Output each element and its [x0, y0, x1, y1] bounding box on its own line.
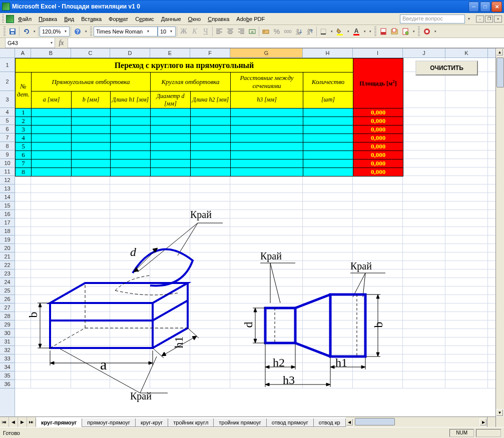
maximize-button[interactable]: □	[480, 2, 490, 12]
column-headers[interactable]: ABCDEFGHIJK	[15, 48, 495, 58]
doc-restore[interactable]: ❐	[485, 16, 493, 22]
cells-grid[interactable]: Переход с круглого на прямоугольныйПлоща…	[15, 58, 495, 416]
row-header-11[interactable]: 11	[0, 168, 15, 176]
sheet-tab-1[interactable]: прямоуг-прямоуг	[82, 418, 136, 427]
menu-edit[interactable]: Правка	[36, 15, 60, 23]
row-header-23[interactable]: 23	[0, 270, 15, 278]
workbook-icon[interactable]	[6, 15, 14, 23]
menu-data[interactable]: Данные	[158, 15, 184, 23]
snagit-button[interactable]	[421, 26, 432, 37]
column-header-J[interactable]: J	[403, 48, 445, 58]
tab-next[interactable]: ▶	[18, 417, 27, 427]
close-button[interactable]: ✕	[491, 2, 502, 12]
fill-dropdown[interactable]: ▾	[345, 26, 351, 37]
font-combo[interactable]: Times New Roman▾	[94, 26, 158, 36]
row-header-31[interactable]: 31	[0, 338, 15, 346]
row-header-27[interactable]: 27	[0, 304, 15, 312]
row-header-25[interactable]: 25	[0, 286, 15, 295]
row-header-15[interactable]: 15	[0, 202, 15, 210]
sheet-tab-3[interactable]: тройник кругл	[168, 418, 214, 427]
menu-help[interactable]: Справка	[205, 15, 232, 23]
undo-dropdown[interactable]: ▾	[32, 26, 37, 37]
pdf-review-button[interactable]	[400, 26, 411, 37]
row-header-12[interactable]: 12	[0, 176, 15, 184]
bold-button[interactable]: Ж	[178, 26, 189, 37]
clear-button[interactable]: ОЧИСТИТЬ	[415, 60, 478, 76]
menu-view[interactable]: Вид	[61, 15, 77, 23]
column-header-A[interactable]: A	[15, 48, 31, 58]
row-header-9[interactable]: 9	[0, 150, 15, 159]
pdf-convert-button[interactable]	[378, 26, 389, 37]
sheet-tab-6[interactable]: отвод кр	[313, 418, 346, 427]
row-header-28[interactable]: 28	[0, 312, 15, 320]
font-color-dropdown[interactable]: ▾	[362, 26, 367, 37]
row-header-3[interactable]: 3	[0, 91, 15, 108]
borders-dropdown[interactable]: ▾	[329, 26, 334, 37]
row-header-4[interactable]: 4	[0, 108, 15, 116]
row-header-30[interactable]: 30	[0, 329, 15, 338]
menu-tools[interactable]: Сервис	[132, 15, 157, 23]
row-header-21[interactable]: 21	[0, 252, 15, 261]
percent-button[interactable]: %	[271, 26, 282, 37]
toolbar-options-1[interactable]: ▾	[83, 26, 89, 37]
menu-file[interactable]: Файл	[15, 15, 35, 23]
row-header-8[interactable]: 8	[0, 142, 15, 150]
column-header-C[interactable]: C	[71, 48, 110, 58]
row-header-13[interactable]: 13	[0, 184, 15, 193]
row-header-17[interactable]: 17	[0, 218, 15, 227]
row-header-10[interactable]: 10	[0, 159, 15, 168]
column-header-G[interactable]: G	[230, 48, 303, 58]
fill-color-button[interactable]	[334, 26, 345, 37]
column-header-F[interactable]: F	[190, 48, 230, 58]
name-box[interactable]: G43▾	[5, 38, 55, 48]
comma-button[interactable]: 000	[282, 26, 293, 37]
tab-prev[interactable]: ◀	[9, 417, 18, 427]
row-header-6[interactable]: 6	[0, 125, 15, 134]
menu-insert[interactable]: Вставка	[78, 15, 105, 23]
menu-adobe-pdf[interactable]: Adobe PDF	[233, 15, 268, 23]
toolbar-grip-4[interactable]	[418, 26, 420, 36]
horizontal-scrollbar[interactable]: ◀ ▶	[346, 417, 487, 427]
zoom-combo[interactable]: 120,0%▾	[40, 26, 70, 36]
align-center[interactable]	[225, 26, 236, 37]
row-headers[interactable]: 1234567891011121314151617181920212223242…	[0, 58, 15, 416]
align-right[interactable]	[236, 26, 247, 37]
undo-button[interactable]	[21, 26, 32, 37]
row-header-36[interactable]: 36	[0, 380, 15, 388]
toolbar-grip-2[interactable]	[90, 26, 92, 36]
row-header-32[interactable]: 32	[0, 346, 15, 354]
row-header-26[interactable]: 26	[0, 295, 15, 304]
toolbar-grip-3[interactable]	[374, 26, 376, 36]
row-header-20[interactable]: 20	[0, 244, 15, 252]
underline-button[interactable]: Ч	[200, 26, 211, 37]
formula-input[interactable]	[68, 38, 504, 48]
row-header-7[interactable]: 7	[0, 134, 15, 142]
column-header-D[interactable]: D	[110, 48, 150, 58]
toolbar-grip-1[interactable]	[4, 26, 6, 36]
column-header-E[interactable]: E	[150, 48, 190, 58]
select-all-corner[interactable]	[0, 48, 15, 58]
column-header-K[interactable]: K	[445, 48, 488, 58]
row-header-24[interactable]: 24	[0, 278, 15, 286]
fx-icon[interactable]: fx	[55, 38, 68, 48]
row-header-29[interactable]: 29	[0, 320, 15, 329]
tab-first[interactable]: ⏮	[0, 417, 9, 427]
ask-dropdown[interactable]: ▾	[466, 16, 472, 21]
row-header-18[interactable]: 18	[0, 227, 15, 236]
borders-button[interactable]	[318, 26, 329, 37]
font-size-combo[interactable]: 10▾	[158, 26, 176, 36]
increase-decimal[interactable]: ,0,00	[293, 26, 304, 37]
row-header-35[interactable]: 35	[0, 372, 15, 380]
row-header-14[interactable]: 14	[0, 193, 15, 202]
minimize-button[interactable]: ─	[468, 2, 479, 12]
sheet-tab-0[interactable]: круг-прямоуг	[36, 418, 82, 427]
ask-question-box[interactable]: Введите вопрос	[400, 14, 465, 24]
merge-center[interactable]: a	[247, 26, 258, 37]
vertical-scrollbar[interactable]: ▲ ▼	[495, 48, 504, 427]
column-header-B[interactable]: B	[31, 48, 71, 58]
sheet-tab-2[interactable]: круг-круг	[135, 418, 168, 427]
pdf-email-button[interactable]	[389, 26, 400, 37]
row-header-2[interactable]: 2	[0, 72, 15, 91]
decrease-decimal[interactable]: ,00,0	[304, 26, 315, 37]
align-left[interactable]	[214, 26, 225, 37]
